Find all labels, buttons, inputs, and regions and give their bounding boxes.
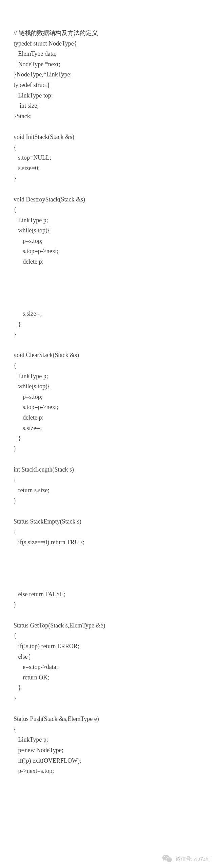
footer-prefix: 微信号:: [176, 856, 192, 862]
wechat-icon: [162, 854, 172, 863]
footer-text: 微信号: wu7zhi: [176, 854, 210, 863]
footer-watermark: 微信号: wu7zhi: [162, 854, 210, 863]
document-page: // 链栈的数据结构及方法的定义 typedef struct NodeType…: [0, 0, 217, 868]
code-block: // 链栈的数据结构及方法的定义 typedef struct NodeType…: [14, 28, 203, 776]
footer-handle: wu7zhi: [194, 856, 210, 862]
